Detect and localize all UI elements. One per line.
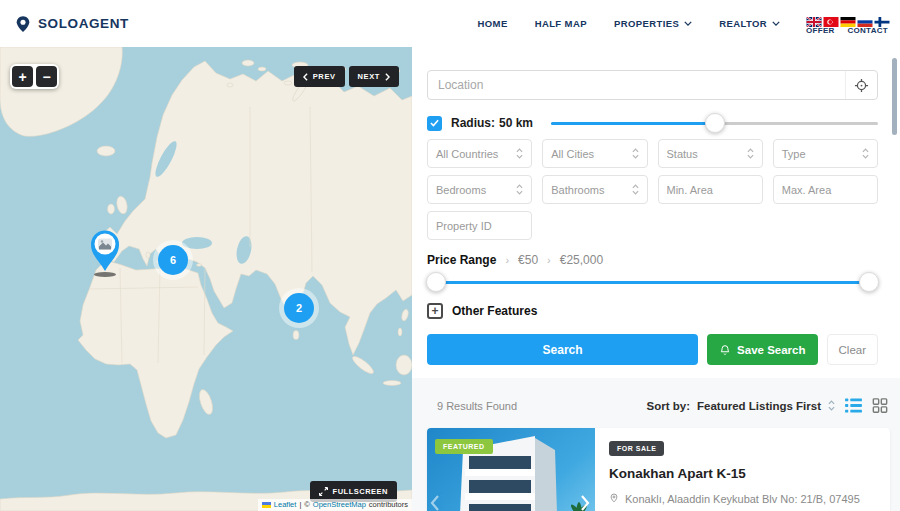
chevron-left-icon — [303, 73, 308, 81]
radius-checkbox[interactable] — [427, 116, 442, 131]
slider-fill — [551, 122, 714, 125]
countries-select[interactable]: All Countries — [427, 139, 532, 168]
property-id-field — [427, 211, 532, 240]
location-input[interactable] — [428, 78, 845, 92]
osm-link[interactable]: OpenStreetMap — [313, 500, 366, 509]
price-min-value: €50 — [518, 253, 538, 267]
language-and-links: OFFER CONTACT — [806, 13, 888, 35]
top-header: SOLOAGENT HOME HALF MAP PROPERTIES REALT… — [0, 0, 900, 47]
carousel-prev-icon[interactable] — [430, 494, 440, 511]
min-area-input[interactable] — [667, 184, 754, 196]
select-arrows-icon — [862, 148, 869, 159]
leaflet-link[interactable]: Leaflet — [274, 500, 297, 509]
nav-home[interactable]: HOME — [478, 18, 508, 29]
bell-icon — [719, 344, 731, 356]
panel-scrollbar[interactable] — [892, 58, 897, 135]
featured-badge: FEATURED — [435, 439, 493, 454]
price-max-handle[interactable] — [859, 272, 879, 292]
cities-select[interactable]: All Cities — [542, 139, 647, 168]
contact-link[interactable]: CONTACT — [847, 26, 888, 35]
next-button[interactable]: NEXT — [349, 66, 399, 87]
price-max-value: €25,000 — [560, 253, 603, 267]
prev-button[interactable]: PREV — [294, 66, 345, 87]
list-view-icon[interactable] — [845, 398, 862, 413]
zoom-in-button[interactable]: + — [12, 66, 33, 87]
map-cluster-marker[interactable]: 2 — [284, 293, 314, 323]
status-badge: FOR SALE — [609, 441, 664, 456]
map-attribution: Leaflet | © OpenStreetMap contributors — [258, 499, 412, 511]
listing-title[interactable]: Konakhan Apart K-15 — [609, 466, 876, 481]
select-arrows-icon — [632, 148, 639, 159]
location-field — [427, 70, 878, 100]
map-tiles — [0, 47, 412, 511]
map-zoom-control: + − — [10, 64, 59, 89]
filter-grid: All Countries All Cities Status Type Bed… — [427, 139, 878, 240]
search-button[interactable]: Search — [427, 334, 698, 365]
select-arrows-icon — [632, 184, 639, 195]
type-select[interactable]: Type — [773, 139, 878, 168]
header-quick-links: OFFER CONTACT — [806, 26, 888, 35]
radius-value: 50 km — [499, 116, 533, 130]
world-map[interactable]: + − PREV NEXT 6 2 — [0, 47, 412, 511]
property-pin-marker[interactable] — [83, 226, 127, 278]
bathrooms-select[interactable]: Bathrooms — [542, 175, 647, 204]
flag-uk-icon[interactable] — [806, 13, 822, 23]
max-area-input[interactable] — [782, 184, 869, 196]
nav-properties[interactable]: PROPERTIES — [614, 18, 692, 29]
carousel-next-icon[interactable] — [580, 494, 590, 511]
other-features-toggle[interactable]: + Other Features — [427, 303, 878, 319]
zoom-out-button[interactable]: − — [36, 66, 57, 87]
brand-logo[interactable]: SOLOAGENT — [14, 15, 129, 33]
check-icon — [430, 119, 439, 127]
plus-icon: + — [427, 303, 443, 319]
sort-value-dropdown[interactable]: Featured Listings First — [697, 400, 821, 412]
radius-slider-handle[interactable] — [705, 113, 725, 133]
map-pin-logo-icon — [14, 15, 32, 33]
flag-turkey-icon[interactable] — [823, 13, 839, 23]
search-panel: Radius: 50 km All Countries All Cities S… — [412, 47, 900, 511]
crosshair-locate-icon — [854, 78, 869, 93]
max-area-field — [773, 175, 878, 204]
save-search-button[interactable]: Save Search — [707, 334, 817, 365]
clear-button[interactable]: Clear — [827, 334, 878, 365]
nav-half-map[interactable]: HALF MAP — [535, 18, 587, 29]
price-range-slider[interactable] — [427, 272, 878, 292]
listing-photo[interactable]: FEATURED — [427, 428, 595, 511]
price-range-label: Price Range — [427, 253, 496, 267]
select-arrows-icon — [516, 148, 523, 159]
flag-finland-icon[interactable] — [874, 13, 890, 23]
sort-arrows-icon[interactable] — [828, 400, 835, 411]
results-header: 9 Results Found Sort by: Featured Listin… — [427, 378, 890, 428]
main-nav: HOME HALF MAP PROPERTIES REALTOR — [478, 18, 780, 29]
language-flags — [806, 13, 888, 23]
geolocate-button[interactable] — [845, 71, 877, 99]
results-count: 9 Results Found — [437, 400, 517, 412]
radius-control: Radius: 50 km — [427, 113, 878, 133]
offer-link[interactable]: OFFER — [806, 26, 835, 35]
chevron-down-icon — [684, 21, 692, 26]
radius-slider[interactable] — [551, 113, 878, 133]
grid-view-icon[interactable] — [872, 398, 888, 413]
chevron-right-icon: › — [547, 254, 551, 266]
map-pager: PREV NEXT — [294, 66, 399, 87]
price-range-header: Price Range › €50 › €25,000 — [427, 253, 878, 267]
map-cluster-marker[interactable]: 6 — [158, 245, 188, 275]
min-area-field — [658, 175, 763, 204]
price-min-handle[interactable] — [426, 272, 446, 292]
listing-card: FEATURED FOR SALE Konakhan Apart K-15 Ko… — [427, 428, 890, 511]
flag-russia-icon[interactable] — [857, 13, 873, 23]
sort-controls: Sort by: Featured Listings First — [647, 398, 888, 413]
listing-address: Konaklı, Alaaddin Keykubat Blv No: 21/B,… — [609, 490, 876, 511]
property-id-input[interactable] — [436, 220, 523, 232]
listing-details: FOR SALE Konakhan Apart K-15 Konaklı, Al… — [595, 428, 890, 511]
bedrooms-select[interactable]: Bedrooms — [427, 175, 532, 204]
map-pin-icon — [609, 492, 619, 504]
status-select[interactable]: Status — [658, 139, 763, 168]
flag-germany-icon[interactable] — [840, 13, 856, 23]
nav-realtor[interactable]: REALTOR — [719, 18, 780, 29]
chevron-right-icon — [385, 73, 390, 81]
expand-icon — [319, 487, 328, 496]
ukraine-flag-icon — [262, 502, 271, 508]
select-arrows-icon — [516, 184, 523, 195]
results-section: 9 Results Found Sort by: Featured Listin… — [412, 378, 900, 511]
